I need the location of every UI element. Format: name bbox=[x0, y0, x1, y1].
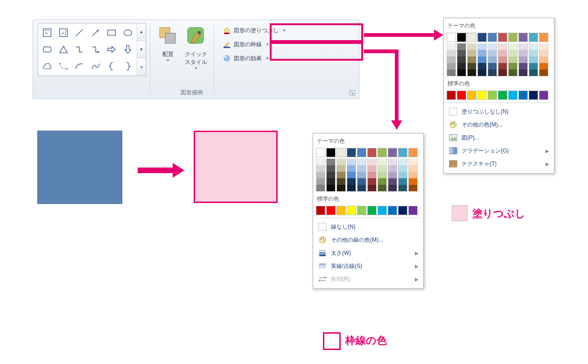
color-swatch[interactable] bbox=[498, 91, 507, 100]
color-swatch[interactable] bbox=[498, 70, 507, 76]
color-swatch[interactable] bbox=[367, 206, 377, 215]
color-swatch[interactable] bbox=[326, 165, 336, 172]
color-swatch[interactable] bbox=[367, 165, 377, 172]
color-swatch[interactable] bbox=[316, 159, 325, 165]
color-swatch[interactable] bbox=[378, 185, 387, 191]
fill-picture-item[interactable]: 図(P)... bbox=[447, 131, 551, 144]
color-swatch[interactable] bbox=[467, 56, 476, 63]
color-swatch[interactable] bbox=[408, 185, 418, 191]
color-swatch[interactable] bbox=[378, 148, 387, 157]
shape-textbox-icon[interactable]: A bbox=[40, 25, 55, 41]
shape-triangle-icon[interactable] bbox=[56, 42, 71, 57]
color-swatch[interactable] bbox=[518, 56, 528, 63]
color-swatch[interactable] bbox=[357, 148, 366, 157]
color-swatch[interactable] bbox=[518, 70, 528, 76]
color-swatch[interactable] bbox=[388, 178, 397, 185]
color-swatch[interactable] bbox=[388, 159, 397, 165]
color-swatch[interactable] bbox=[336, 165, 346, 172]
color-swatch[interactable] bbox=[408, 178, 418, 185]
color-swatch[interactable] bbox=[398, 185, 407, 191]
color-swatch[interactable] bbox=[447, 43, 456, 50]
color-swatch[interactable] bbox=[378, 165, 387, 172]
color-swatch[interactable] bbox=[498, 50, 507, 56]
color-swatch[interactable] bbox=[316, 148, 325, 157]
color-swatch[interactable] bbox=[367, 185, 377, 191]
shape-vertical-textbox-icon[interactable]: A bbox=[56, 25, 71, 41]
color-swatch[interactable] bbox=[447, 33, 456, 42]
shape-down-arrow-icon[interactable] bbox=[120, 42, 136, 57]
no-fill-item[interactable]: 塗りつぶしなし(N) bbox=[447, 105, 551, 118]
color-swatch[interactable] bbox=[367, 148, 377, 157]
color-swatch[interactable] bbox=[539, 56, 548, 63]
shape-curve-icon[interactable] bbox=[88, 58, 104, 74]
color-swatch[interactable] bbox=[498, 33, 507, 42]
color-swatch[interactable] bbox=[467, 33, 476, 42]
color-swatch[interactable] bbox=[488, 70, 497, 76]
color-swatch[interactable] bbox=[477, 63, 487, 70]
color-swatch[interactable] bbox=[467, 50, 476, 56]
color-swatch[interactable] bbox=[539, 50, 548, 56]
color-swatch[interactable] bbox=[477, 50, 487, 56]
color-swatch[interactable] bbox=[477, 91, 487, 100]
color-swatch[interactable] bbox=[378, 172, 387, 178]
dialog-launcher-icon[interactable]: ↘ bbox=[350, 90, 355, 96]
color-swatch[interactable] bbox=[316, 172, 325, 178]
color-swatch[interactable] bbox=[398, 206, 407, 215]
color-swatch[interactable] bbox=[447, 91, 456, 100]
color-swatch[interactable] bbox=[336, 159, 346, 165]
color-swatch[interactable] bbox=[347, 165, 356, 172]
color-swatch[interactable] bbox=[357, 185, 366, 191]
color-swatch[interactable] bbox=[467, 70, 476, 76]
color-swatch[interactable] bbox=[508, 50, 518, 56]
arrange-button[interactable]: 配置 ▼ bbox=[154, 23, 182, 63]
color-swatch[interactable] bbox=[477, 56, 487, 63]
color-swatch[interactable] bbox=[316, 206, 325, 215]
color-swatch[interactable] bbox=[447, 63, 456, 70]
shape-rectangle-icon[interactable] bbox=[104, 25, 119, 41]
shape-right-brace-icon[interactable] bbox=[120, 58, 136, 74]
color-swatch[interactable] bbox=[498, 63, 507, 70]
color-swatch[interactable] bbox=[326, 185, 336, 191]
color-swatch[interactable] bbox=[326, 172, 336, 178]
color-swatch[interactable] bbox=[408, 206, 418, 215]
shape-oval-icon[interactable] bbox=[120, 25, 136, 41]
color-swatch[interactable] bbox=[457, 70, 466, 76]
color-swatch[interactable] bbox=[388, 206, 397, 215]
color-swatch[interactable] bbox=[477, 70, 487, 76]
color-swatch[interactable] bbox=[488, 33, 497, 42]
color-swatch[interactable] bbox=[326, 206, 336, 215]
color-swatch[interactable] bbox=[408, 148, 418, 157]
color-swatch[interactable] bbox=[488, 43, 497, 50]
more-fill-colors-item[interactable]: その他の色(M)... bbox=[447, 118, 551, 131]
shape-right-arrow-icon[interactable] bbox=[104, 42, 119, 57]
color-swatch[interactable] bbox=[347, 206, 356, 215]
color-swatch[interactable] bbox=[508, 43, 518, 50]
color-swatch[interactable] bbox=[357, 178, 366, 185]
color-swatch[interactable] bbox=[316, 185, 325, 191]
color-swatch[interactable] bbox=[488, 63, 497, 70]
line-weight-item[interactable]: 太さ(W) ▶ bbox=[316, 246, 420, 259]
color-swatch[interactable] bbox=[367, 178, 377, 185]
color-swatch[interactable] bbox=[498, 43, 507, 50]
color-swatch[interactable] bbox=[336, 185, 346, 191]
color-swatch[interactable] bbox=[529, 91, 538, 100]
color-swatch[interactable] bbox=[488, 50, 497, 56]
color-swatch[interactable] bbox=[518, 33, 528, 42]
color-swatch[interactable] bbox=[388, 185, 397, 191]
shape-effects-button[interactable]: 図形の効果 ▼ bbox=[220, 53, 289, 64]
fill-gradient-item[interactable]: グラデーション(G) ▶ bbox=[447, 144, 551, 157]
color-swatch[interactable] bbox=[457, 56, 466, 63]
color-swatch[interactable] bbox=[488, 91, 497, 100]
color-swatch[interactable] bbox=[347, 172, 356, 178]
color-swatch[interactable] bbox=[539, 33, 548, 42]
color-swatch[interactable] bbox=[467, 43, 476, 50]
color-swatch[interactable] bbox=[398, 178, 407, 185]
more-line-colors-item[interactable]: その他の線の色(M)... bbox=[316, 233, 420, 246]
color-swatch[interactable] bbox=[539, 91, 548, 100]
gallery-down-icon[interactable]: ▼ bbox=[137, 41, 146, 59]
color-swatch[interactable] bbox=[408, 172, 418, 178]
color-swatch[interactable] bbox=[539, 70, 548, 76]
color-swatch[interactable] bbox=[529, 56, 538, 63]
color-swatch[interactable] bbox=[467, 63, 476, 70]
color-swatch[interactable] bbox=[367, 159, 377, 165]
